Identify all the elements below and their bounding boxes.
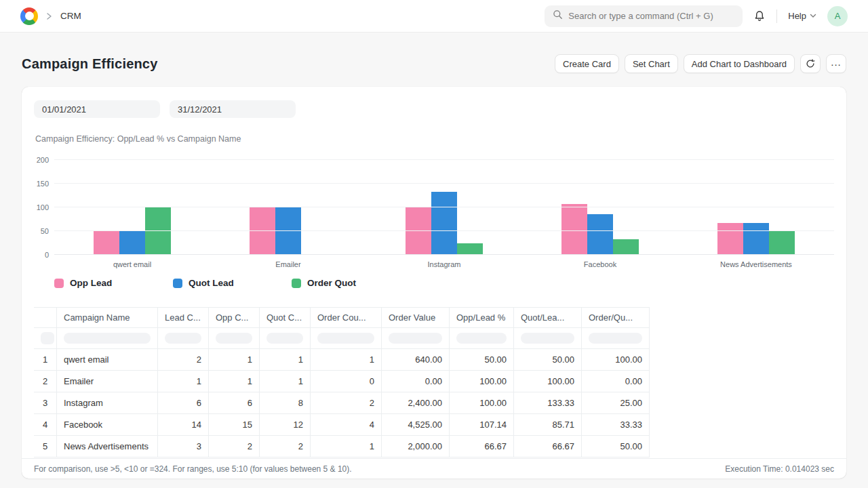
table-cell[interactable]: 1 <box>311 436 382 457</box>
table-cell[interactable]: 1 <box>158 371 209 392</box>
help-menu[interactable]: Help <box>788 11 816 21</box>
table-cell[interactable]: 0 <box>311 371 382 392</box>
table-cell[interactable]: 66.67 <box>514 436 582 457</box>
table-cell[interactable]: Emailer <box>57 371 158 392</box>
legend-label: Order Quot <box>307 278 356 288</box>
table-cell[interactable]: 14 <box>158 414 209 435</box>
search-icon <box>553 9 563 22</box>
notification-bell-icon[interactable] <box>753 10 766 22</box>
column-header[interactable]: Quot/Lea... <box>514 308 582 327</box>
table-cell[interactable]: 107.14 <box>450 414 514 435</box>
table-cell[interactable]: 1 <box>209 371 260 392</box>
more-menu-button[interactable]: ... <box>826 54 846 73</box>
column-header[interactable]: Lead C... <box>158 308 209 327</box>
table-cell[interactable]: 1 <box>260 371 311 392</box>
table-cell[interactable]: 100.00 <box>582 349 650 370</box>
table-row[interactable]: 3Instagram66822,400.00100.00133.3325.00 <box>34 392 650 414</box>
breadcrumb[interactable]: CRM <box>60 11 81 21</box>
from-date-input[interactable] <box>34 100 160 118</box>
table-cell[interactable]: 100.00 <box>450 371 514 392</box>
table-cell[interactable]: 640.00 <box>382 349 450 370</box>
table-row[interactable]: 2Emailer11100.00100.00100.000.00 <box>34 371 650 392</box>
y-axis-tick-label: 0 <box>28 251 49 259</box>
bar-order-quot <box>457 243 483 256</box>
table-cell[interactable]: 6 <box>209 392 260 413</box>
create-card-button[interactable]: Create Card <box>555 54 619 73</box>
column-filter-input[interactable] <box>209 328 260 348</box>
table-row[interactable]: 5News Advertisements32212,000.0066.6766.… <box>34 436 650 458</box>
table-cell[interactable]: 15 <box>209 414 260 435</box>
table-cell[interactable]: 1 <box>311 349 382 370</box>
table-cell[interactable]: 50.00 <box>582 436 650 457</box>
column-filter-input[interactable] <box>382 328 450 348</box>
row-number: 1 <box>34 349 57 370</box>
column-filter-input[interactable] <box>260 328 311 348</box>
table-cell[interactable]: qwert email <box>57 349 158 370</box>
table-cell[interactable]: News Advertisements <box>57 436 158 457</box>
table-cell[interactable]: 0.00 <box>582 371 650 392</box>
table-row[interactable]: 1qwert email2111640.0050.0050.00100.00 <box>34 349 650 371</box>
y-axis-tick-label: 150 <box>28 180 49 188</box>
column-header[interactable]: Order Value <box>382 308 450 327</box>
table-cell[interactable]: 50.00 <box>450 349 514 370</box>
column-header[interactable]: Campaign Name <box>57 308 158 327</box>
refresh-button[interactable] <box>800 54 821 73</box>
column-filter-input[interactable] <box>582 328 650 348</box>
column-header[interactable]: Quot C... <box>260 308 311 327</box>
table-cell[interactable]: 2,400.00 <box>382 392 450 413</box>
table-cell[interactable]: 0.00 <box>382 371 450 392</box>
legend-item: Order Quot <box>292 278 410 288</box>
table-cell[interactable]: 2 <box>158 349 209 370</box>
add-chart-to-dashboard-button[interactable]: Add Chart to Dashboard <box>684 54 795 73</box>
column-filter-input[interactable] <box>450 328 514 348</box>
table-row[interactable]: 4Facebook14151244,525.00107.1485.7133.33 <box>34 414 650 436</box>
column-header[interactable]: Opp/Lead % <box>450 308 514 327</box>
bar-group <box>522 160 678 255</box>
table-cell[interactable]: 1 <box>209 349 260 370</box>
table-cell[interactable]: 133.33 <box>514 392 582 413</box>
column-filter-input[interactable] <box>514 328 582 348</box>
column-filter-input[interactable] <box>311 328 382 348</box>
navbar-divider <box>776 9 777 23</box>
column-header[interactable]: Order/Qu... <box>582 308 650 327</box>
table-cell[interactable]: 66.67 <box>450 436 514 457</box>
to-date-input[interactable] <box>170 100 296 118</box>
table-cell[interactable]: 100.00 <box>514 371 582 392</box>
global-search[interactable] <box>545 5 743 27</box>
table-cell[interactable]: Instagram <box>57 392 158 413</box>
app-logo-icon[interactable] <box>20 7 38 25</box>
bar-quot-lead <box>275 207 301 255</box>
legend-label: Quot Lead <box>189 278 234 288</box>
search-input[interactable] <box>568 11 734 21</box>
table-cell[interactable]: 3 <box>158 436 209 457</box>
column-header[interactable]: Order Cou... <box>311 308 382 327</box>
table-cell[interactable]: 2,000.00 <box>382 436 450 457</box>
column-header[interactable] <box>34 308 57 327</box>
table-cell[interactable]: Facebook <box>57 414 158 435</box>
filter-cell <box>34 328 57 348</box>
table-cell[interactable]: 33.33 <box>582 414 650 435</box>
column-filter-input[interactable] <box>57 328 158 348</box>
table-cell[interactable]: 25.00 <box>582 392 650 413</box>
bar-group <box>210 160 366 255</box>
bar-order-quot <box>769 231 795 255</box>
column-filter-input[interactable] <box>158 328 209 348</box>
table-cell[interactable]: 4,525.00 <box>382 414 450 435</box>
breadcrumb-chevron-icon <box>46 12 52 20</box>
legend-label: Opp Lead <box>70 278 112 288</box>
table-cell[interactable]: 4 <box>311 414 382 435</box>
column-header[interactable]: Opp C... <box>209 308 260 327</box>
table-cell[interactable]: 8 <box>260 392 311 413</box>
table-cell[interactable]: 85.71 <box>514 414 582 435</box>
table-cell[interactable]: 2 <box>260 436 311 457</box>
table-cell[interactable]: 100.00 <box>450 392 514 413</box>
avatar[interactable]: A <box>827 6 848 26</box>
table-cell[interactable]: 2 <box>209 436 260 457</box>
table-cell[interactable]: 50.00 <box>514 349 582 370</box>
set-chart-button[interactable]: Set Chart <box>625 54 678 73</box>
table-cell[interactable]: 1 <box>260 349 311 370</box>
table-cell[interactable]: 2 <box>311 392 382 413</box>
row-number: 4 <box>34 414 57 435</box>
table-cell[interactable]: 6 <box>158 392 209 413</box>
table-cell[interactable]: 12 <box>260 414 311 435</box>
